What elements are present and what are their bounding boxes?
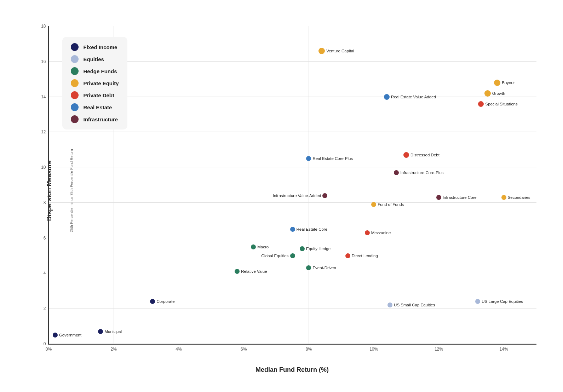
legend-item-infrastructure: Infrastructure — [71, 115, 119, 123]
tick-label-x: 6% — [241, 347, 247, 352]
tick-label-x: 14% — [500, 347, 508, 352]
data-point-infrastructure-core — [436, 195, 441, 200]
legend: Fixed Income Equities Hedge Funds Privat… — [62, 37, 127, 129]
data-label-distressed-debt: Distressed Debt — [410, 153, 440, 157]
data-point-us-small-cap-equities — [387, 302, 392, 307]
grid-line-h — [49, 344, 536, 344]
data-label-corporate: Corporate — [156, 299, 174, 304]
data-point-buyout — [494, 80, 500, 86]
legend-item-private-equity: Private Equity — [71, 79, 119, 87]
legend-item-real-estate: Real Estate — [71, 103, 119, 111]
data-point-real-estate-value-added — [384, 94, 390, 100]
tick-label-y: 18 — [41, 24, 46, 29]
legend-item-hedge-funds: Hedge Funds — [71, 67, 119, 75]
legend-label: Infrastructure — [84, 116, 118, 122]
data-point-event-driven — [306, 265, 311, 270]
grid-line-v — [504, 26, 504, 344]
legend-item-fixed-income: Fixed Income — [71, 43, 119, 51]
data-point-real-estate-core-plus — [306, 156, 311, 161]
grid-line-h — [49, 132, 536, 132]
data-label-government: Government — [59, 333, 81, 337]
grid-line-v — [179, 26, 179, 344]
data-label-real-estate-value-added: Real Estate Value Added — [391, 95, 436, 99]
data-point-secondaries — [501, 195, 506, 200]
data-point-corporate — [150, 299, 155, 304]
data-point-fund-of-funds — [371, 202, 376, 207]
grid-line-v — [309, 26, 309, 344]
data-label-real-estate-core: Real Estate Core — [297, 227, 328, 231]
data-label-growth: Growth — [492, 91, 505, 96]
legend-dot — [71, 91, 79, 99]
data-label-infrastructure-core-plus: Infrastructure Core-Plus — [400, 171, 443, 175]
grid-line-h — [49, 308, 536, 309]
tick-label-x: 10% — [369, 347, 378, 352]
legend-label: Hedge Funds — [84, 68, 117, 74]
grid-line-h — [49, 202, 536, 203]
data-label-infrastructure-core: Infrastructure Core — [443, 195, 477, 200]
tick-label-y: 0 — [44, 341, 46, 346]
data-label-us-small-cap-equities: US Small Cap Equities — [394, 303, 435, 307]
data-label-global-equities: Global Equities — [261, 254, 288, 258]
data-label-special-situations: Special Situations — [485, 102, 517, 106]
data-point-mezzanine — [365, 230, 370, 235]
tick-label-x: 12% — [435, 347, 443, 352]
data-label-venture-capital: Venture Capital — [326, 49, 354, 53]
grid-line-v — [49, 26, 49, 344]
grid-line-v — [244, 26, 244, 344]
data-point-us-large-cap-equities — [475, 299, 480, 304]
x-axis-label: Median Fund Return (%) — [255, 366, 329, 374]
data-point-municipal — [98, 329, 103, 334]
tick-label-y: 14 — [41, 94, 46, 99]
legend-dot — [71, 43, 79, 51]
tick-label-y: 2 — [44, 306, 46, 311]
data-point-macro — [251, 244, 256, 249]
data-label-real-estate-core-plus: Real Estate Core-Plus — [312, 156, 353, 161]
legend-label: Real Estate — [84, 104, 112, 110]
data-point-special-situations — [478, 101, 484, 107]
data-label-equity-hedge: Equity Hedge — [306, 247, 331, 251]
grid-line-v — [439, 26, 439, 344]
data-point-direct-lending — [345, 253, 350, 258]
data-label-fund-of-funds: Fund of Funds — [378, 202, 404, 207]
grid-line-h — [49, 238, 536, 238]
data-label-us-large-cap-equities: US Large Cap Equities — [482, 299, 523, 304]
data-label-event-driven: Event-Driven — [312, 266, 336, 270]
grid-line-v — [374, 26, 374, 344]
legend-label: Private Debt — [84, 92, 115, 98]
data-point-infrastructure-core-plus — [394, 170, 399, 175]
data-label-municipal: Municipal — [104, 329, 122, 334]
legend-item-equities: Equities — [71, 55, 119, 63]
chart-container: Dispersion Measure 25th Percentile minus… — [16, 16, 547, 376]
data-point-growth — [484, 90, 491, 97]
grid-line-h — [49, 26, 536, 26]
tick-label-y: 4 — [44, 271, 46, 276]
legend-label: Private Equity — [84, 80, 119, 86]
data-label-infrastructure-value-added: Infrastructure Value-Added — [273, 194, 321, 198]
tick-label-x: 2% — [111, 347, 117, 352]
legend-dot — [71, 79, 79, 87]
tick-label-y: 16 — [41, 59, 46, 64]
grid-line-h — [49, 167, 536, 167]
tick-label-x: 0% — [46, 347, 52, 352]
tick-label-y: 10 — [41, 165, 46, 170]
data-label-direct-lending: Direct Lending — [352, 254, 378, 258]
data-point-government — [53, 333, 58, 338]
data-point-relative-value — [235, 269, 240, 274]
legend-dot — [71, 103, 79, 111]
data-point-real-estate-core — [290, 227, 295, 232]
data-point-venture-capital — [318, 48, 325, 54]
tick-label-x: 4% — [176, 347, 182, 352]
data-label-mezzanine: Mezzanine — [371, 231, 391, 235]
legend-label: Equities — [84, 56, 104, 62]
data-point-equity-hedge — [300, 246, 305, 251]
tick-label-y: 12 — [41, 129, 46, 134]
data-label-secondaries: Secondaries — [508, 195, 530, 200]
data-label-relative-value: Relative Value — [241, 269, 267, 273]
data-point-global-equities — [290, 253, 295, 258]
grid-line-h — [49, 273, 536, 273]
legend-dot — [71, 67, 79, 75]
tick-label-y: 8 — [44, 200, 46, 205]
tick-label-y: 6 — [44, 236, 46, 241]
legend-dot — [71, 115, 79, 123]
data-point-infrastructure-value-added — [322, 193, 327, 198]
